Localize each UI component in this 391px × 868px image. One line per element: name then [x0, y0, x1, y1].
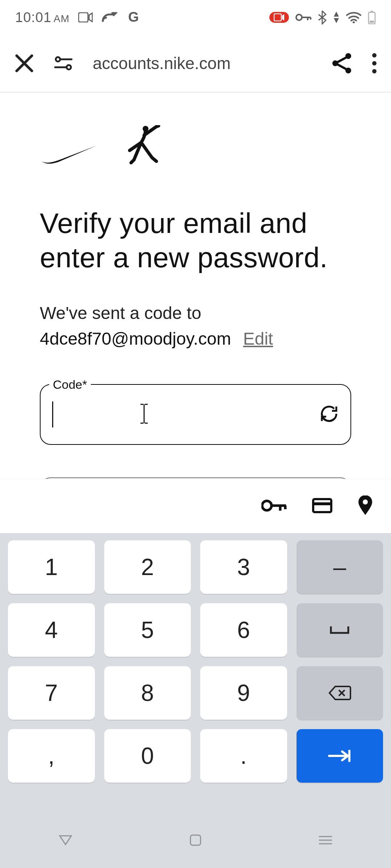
- status-time: 10:01AM: [15, 10, 70, 25]
- key-next[interactable]: [297, 729, 383, 783]
- bluetooth-icon: [318, 10, 327, 25]
- vpn-key-icon: [295, 13, 311, 22]
- key-2[interactable]: 2: [104, 540, 191, 594]
- page-description: We've sent a code to 4dce8f70@moodjoy.co…: [40, 300, 351, 352]
- resend-code-icon[interactable]: [319, 403, 340, 426]
- svg-point-15: [372, 69, 377, 73]
- battery-icon: [368, 10, 376, 24]
- svg-rect-7: [370, 21, 374, 23]
- code-field[interactable]: Code*: [40, 384, 351, 445]
- key-comma[interactable]: ,: [8, 729, 95, 783]
- numeric-keyboard: 1 2 3 – 4 5 6 7 8 9 , 0 .: [0, 533, 391, 814]
- svg-point-14: [372, 61, 377, 65]
- key-6[interactable]: 6: [200, 603, 287, 657]
- key-backspace[interactable]: [297, 666, 383, 720]
- svg-point-21: [363, 499, 368, 505]
- site-settings-icon[interactable]: [54, 55, 72, 72]
- cast-icon: [101, 12, 117, 23]
- share-button[interactable]: [332, 52, 352, 74]
- keyboard-suggestion-strip: [0, 479, 391, 533]
- key-minus[interactable]: –: [297, 540, 383, 594]
- key-7[interactable]: 7: [8, 666, 95, 720]
- overflow-menu-button[interactable]: [372, 53, 377, 73]
- status-time-value: 10:01: [15, 10, 51, 25]
- key-4[interactable]: 4: [8, 603, 95, 657]
- svg-point-18: [262, 501, 272, 510]
- svg-point-9: [67, 65, 71, 69]
- address-host[interactable]: accounts.nike.com: [93, 54, 311, 73]
- svg-point-4: [353, 21, 355, 23]
- key-1[interactable]: 1: [8, 540, 95, 594]
- svg-point-3: [296, 14, 302, 20]
- wifi-icon: [346, 12, 361, 23]
- jordan-jumpman-icon: [123, 125, 163, 166]
- desc-prefix: We've sent a code to: [40, 303, 201, 323]
- do-not-disturb-icon: [333, 11, 340, 24]
- browser-toolbar: accounts.nike.com: [0, 35, 391, 93]
- key-8[interactable]: 8: [104, 666, 191, 720]
- address-autofill-icon[interactable]: [358, 495, 373, 517]
- svg-rect-22: [190, 835, 201, 845]
- status-right: [269, 10, 376, 25]
- close-button[interactable]: [14, 54, 34, 73]
- status-left: 10:01AM G: [15, 10, 140, 25]
- nav-home-button[interactable]: [189, 834, 202, 848]
- payment-autofill-icon[interactable]: [312, 498, 332, 515]
- nav-overview-button[interactable]: [318, 835, 333, 847]
- video-icon: [78, 12, 93, 22]
- svg-point-13: [372, 53, 377, 58]
- password-autofill-icon[interactable]: [261, 499, 287, 514]
- code-input[interactable]: [51, 405, 311, 424]
- status-time-ampm: AM: [54, 13, 70, 24]
- page-content: Verify your email and enter a new passwo…: [0, 93, 391, 538]
- nike-swoosh-icon: [40, 143, 98, 166]
- text-cursor-icon: [139, 403, 149, 426]
- svg-rect-19: [313, 499, 331, 512]
- space-icon: [329, 625, 350, 635]
- screen-record-icon: [269, 12, 289, 23]
- svg-text:G: G: [128, 10, 139, 25]
- edit-email-link[interactable]: Edit: [243, 329, 273, 348]
- nav-back-button[interactable]: [58, 834, 73, 847]
- svg-rect-6: [370, 11, 373, 12]
- backspace-icon: [328, 685, 351, 701]
- keyboard-area: 1 2 3 – 4 5 6 7 8 9 , 0 .: [0, 479, 391, 868]
- svg-point-8: [56, 57, 60, 61]
- key-3[interactable]: 3: [200, 540, 287, 594]
- key-period[interactable]: .: [200, 729, 287, 783]
- key-9[interactable]: 9: [200, 666, 287, 720]
- desc-email: 4dce8f70@moodjoy.com: [40, 329, 231, 348]
- key-5[interactable]: 5: [104, 603, 191, 657]
- code-field-label: Code*: [49, 378, 91, 392]
- svg-rect-20: [313, 502, 331, 505]
- brand-logos: [40, 125, 351, 166]
- google-g-icon: G: [126, 10, 140, 25]
- svg-rect-2: [274, 14, 281, 21]
- android-status-bar: 10:01AM G: [0, 0, 391, 35]
- next-arrow-icon: [327, 749, 352, 762]
- key-0[interactable]: 0: [104, 729, 191, 783]
- svg-rect-0: [79, 13, 88, 22]
- page-heading: Verify your email and enter a new passwo…: [40, 206, 351, 275]
- android-nav-bar: [0, 814, 391, 868]
- key-space[interactable]: [297, 603, 383, 657]
